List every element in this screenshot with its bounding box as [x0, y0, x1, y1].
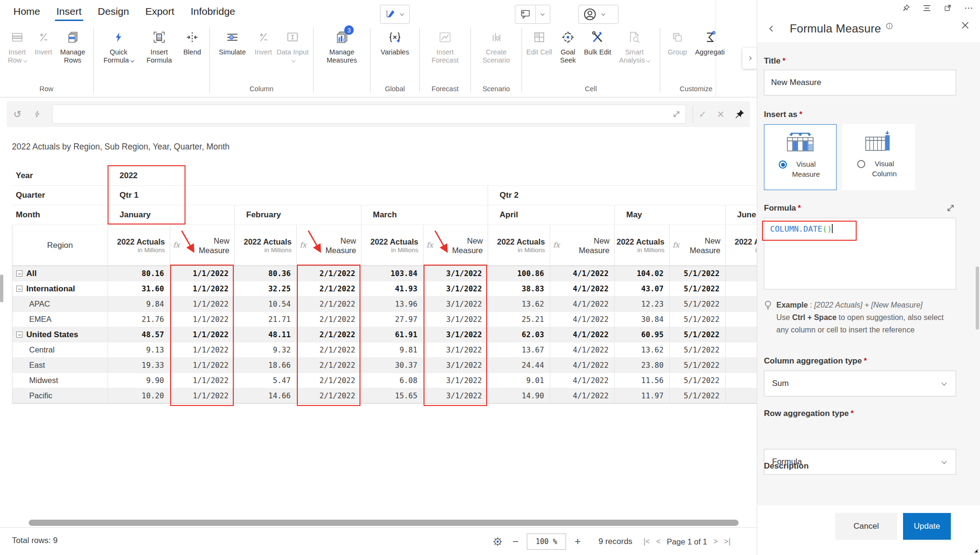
value-cell[interactable]: 18.66: [234, 358, 296, 373]
value-cell[interactable]: [725, 312, 757, 327]
value-cell[interactable]: 38.83: [488, 281, 550, 297]
undo-icon[interactable]: ↺: [13, 108, 22, 120]
month-row-label[interactable]: Month: [12, 205, 108, 225]
value-cell[interactable]: 31.60: [108, 281, 170, 297]
value-cell[interactable]: 80.16: [108, 266, 170, 281]
value-cell[interactable]: 48.57: [108, 327, 170, 342]
measure-date-cell[interactable]: 1/1/2022: [170, 327, 234, 342]
account-button[interactable]: [578, 5, 619, 24]
value-cell[interactable]: 100.86: [488, 266, 550, 281]
value-cell[interactable]: 30.84: [614, 312, 669, 327]
value-cell[interactable]: 19.33: [108, 358, 170, 373]
collapse-icon[interactable]: [16, 270, 22, 277]
measure-date-cell[interactable]: 1/1/2022: [170, 358, 234, 373]
month-cell-february[interactable]: February: [234, 205, 361, 225]
value-cell[interactable]: 24.44: [488, 358, 550, 373]
simulate-button[interactable]: Simulate: [213, 27, 251, 56]
tab-infobridge[interactable]: Infobridge: [191, 6, 235, 21]
value-cell[interactable]: 30.37: [361, 358, 423, 373]
value-cell[interactable]: 11.97: [614, 388, 669, 404]
row-label-midwest[interactable]: Midwest: [12, 373, 108, 388]
row-label-apac[interactable]: APAC: [12, 297, 108, 312]
value-cell[interactable]: [725, 297, 757, 312]
value-cell[interactable]: 62.03: [488, 327, 550, 342]
region-header[interactable]: Region: [12, 225, 108, 266]
measure-date-cell[interactable]: 3/1/2022: [423, 312, 488, 327]
confirm-icon[interactable]: ✓: [699, 109, 707, 120]
visual-measure-option[interactable]: Visual Measure: [764, 124, 837, 190]
month-cell-april[interactable]: April: [488, 205, 614, 225]
measure-date-cell[interactable]: 4/1/2022: [550, 327, 614, 342]
measure-date-cell[interactable]: 5/1/2022: [669, 373, 725, 388]
bulk-edit-button[interactable]: Bulk Edit: [583, 27, 612, 56]
value-cell[interactable]: 14.66: [234, 388, 296, 404]
variables-button[interactable]: Variables: [374, 27, 416, 56]
first-page-button[interactable]: |<: [643, 537, 650, 546]
pin-icon[interactable]: [902, 4, 910, 12]
collapse-icon[interactable]: [16, 286, 22, 292]
tab-insert[interactable]: Insert: [56, 6, 82, 21]
column-aggregation-select[interactable]: Sum: [764, 371, 956, 396]
close-panel-icon[interactable]: [960, 20, 970, 31]
add-comment-button[interactable]: [515, 5, 550, 24]
more-options-icon[interactable]: ⋯: [964, 6, 973, 11]
measure-date-cell[interactable]: 2/1/2022: [296, 312, 361, 327]
measure-header-march[interactable]: fxNewMeasure: [423, 225, 488, 266]
settings-gear-icon[interactable]: [492, 528, 503, 555]
update-button[interactable]: Update: [903, 513, 951, 540]
cancel-button[interactable]: Cancel: [835, 513, 897, 540]
value-cell[interactable]: 25.21: [488, 312, 550, 327]
value-cell[interactable]: 43.07: [614, 281, 669, 297]
measure-date-cell[interactable]: 5/1/2022: [669, 342, 725, 358]
pen-tool-button[interactable]: [380, 5, 410, 24]
measure-date-cell[interactable]: 2/1/2022: [296, 358, 361, 373]
last-page-button[interactable]: >|: [724, 537, 731, 546]
measure-date-cell[interactable]: 2/1/2022: [296, 281, 361, 297]
value-cell[interactable]: 9.81: [361, 342, 423, 358]
measure-date-cell[interactable]: 1/1/2022: [170, 373, 234, 388]
zoom-level-input[interactable]: 100 %: [527, 534, 566, 550]
measure-date-cell[interactable]: 3/1/2022: [423, 373, 488, 388]
info-icon[interactable]: [886, 22, 893, 30]
year-value-cell[interactable]: 2022: [108, 166, 757, 186]
row-label-central[interactable]: Central: [12, 342, 108, 358]
quick-formula-button[interactable]: Quick Formula: [97, 27, 140, 64]
month-cell-june[interactable]: June: [725, 205, 757, 225]
measure-date-cell[interactable]: 4/1/2022: [550, 297, 614, 312]
panel-scrollbar[interactable]: [976, 267, 979, 330]
manage-measures-button[interactable]: 3Manage Measures: [317, 27, 367, 64]
value-cell[interactable]: 13.96: [361, 297, 423, 312]
measure-date-cell[interactable]: 5/1/2022: [669, 358, 725, 373]
visual-column-radio[interactable]: [857, 160, 865, 168]
measure-header-february[interactable]: fxNewMeasure: [296, 225, 361, 266]
value-cell[interactable]: 9.13: [108, 342, 170, 358]
row-label-international[interactable]: International: [12, 281, 108, 297]
month-cell-march[interactable]: March: [361, 205, 488, 225]
visual-column-option[interactable]: Visual Column: [842, 124, 915, 190]
measure-date-cell[interactable]: 3/1/2022: [423, 297, 488, 312]
measure-header-may[interactable]: fxNewMeasure: [669, 225, 725, 266]
measure-date-cell[interactable]: 3/1/2022: [423, 388, 488, 404]
expand-editor-icon[interactable]: [946, 203, 955, 213]
quarter-row-label[interactable]: Quarter: [12, 186, 108, 205]
value-cell[interactable]: [725, 373, 757, 388]
chevron-down-icon[interactable]: [541, 11, 544, 15]
actuals-header-january[interactable]: 2022 Actualsin Millions: [108, 225, 170, 266]
month-cell-january[interactable]: January: [108, 205, 234, 225]
blend-button[interactable]: Blend: [178, 27, 206, 56]
measure-date-cell[interactable]: 4/1/2022: [550, 281, 614, 297]
measure-date-cell[interactable]: 5/1/2022: [669, 297, 725, 312]
next-page-button[interactable]: >: [713, 537, 718, 546]
formula-editor[interactable]: COLUMN.DATE(): [764, 218, 956, 289]
measure-date-cell[interactable]: 2/1/2022: [296, 388, 361, 404]
open-external-icon[interactable]: [944, 4, 952, 12]
value-cell[interactable]: 11.56: [614, 373, 669, 388]
measure-date-cell[interactable]: 3/1/2022: [423, 266, 488, 281]
value-cell[interactable]: 80.36: [234, 266, 296, 281]
quick-action-icon[interactable]: [33, 109, 42, 119]
actuals-header-february[interactable]: 2022 Actualsin Millions: [234, 225, 296, 266]
ribbon-overflow-button[interactable]: [742, 48, 757, 69]
value-cell[interactable]: 13.62: [614, 342, 669, 358]
value-cell[interactable]: [725, 342, 757, 358]
value-cell[interactable]: 21.76: [108, 312, 170, 327]
